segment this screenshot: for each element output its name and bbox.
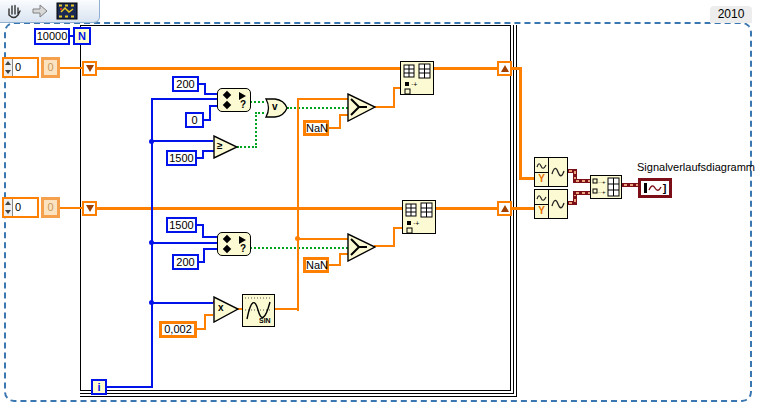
greater-or-equal-node[interactable]: ≥ <box>213 135 238 159</box>
wire-sr1-down <box>519 67 522 180</box>
waveform-icon <box>535 158 548 172</box>
wire-init-bottom <box>59 207 83 209</box>
wire-sel2-out <box>393 227 395 247</box>
diamond-icon <box>223 101 231 109</box>
wire-irc1-x <box>151 98 217 100</box>
waveform-icon <box>648 182 662 194</box>
or-glyph: v <box>272 101 278 112</box>
navigate-arrow-icon[interactable] <box>30 2 50 20</box>
wire-1500b <box>202 236 218 238</box>
wire-array-top <box>96 67 498 70</box>
shift-register-right-bottom[interactable] <box>497 201 512 216</box>
build-waveform-bottom[interactable]: Y <box>534 189 568 219</box>
spinner-icon[interactable] <box>4 59 13 76</box>
svg-text:·+: ·+ <box>413 220 419 227</box>
waveform-icon <box>535 190 548 204</box>
numeric-control-bottom[interactable]: 0 <box>2 197 39 218</box>
wire-bool-gte <box>255 112 257 148</box>
constant-gte-threshold[interactable]: 1500 <box>166 150 197 166</box>
wire-sr1-bw <box>519 177 535 180</box>
wire-waveform-2 <box>573 191 590 195</box>
wire-waveform-1 <box>573 179 590 183</box>
diamond-icon <box>223 91 231 99</box>
build-array-bottom[interactable]: ·+ <box>402 200 436 234</box>
waveform-chart-terminal[interactable]: ] <box>638 178 672 198</box>
diamond-icon <box>223 235 231 243</box>
chart-label: Signalverlaufsdiagramm <box>637 161 755 173</box>
loop-count-terminal[interactable]: N <box>73 27 91 45</box>
gte-glyph: ≥ <box>217 140 223 151</box>
wire-waveform-array <box>621 183 638 187</box>
multiply-glyph: x <box>218 302 224 313</box>
wire-0002 <box>204 314 206 330</box>
init-constant-bottom[interactable]: 0 <box>41 197 60 218</box>
waveform-icon <box>549 158 567 186</box>
or-node[interactable]: v <box>263 98 288 118</box>
numeric-control-top[interactable]: 0 <box>2 57 39 78</box>
triangle-down-icon <box>86 65 94 72</box>
control-value: 0 <box>13 199 37 216</box>
wire-0002 <box>204 314 213 316</box>
in-range-and-coerce-bottom[interactable]: ? <box>217 232 251 256</box>
shift-register-left-top[interactable] <box>82 61 97 76</box>
labview-version-label: 2010 <box>710 6 752 23</box>
build-array-top[interactable]: ·+ <box>400 61 434 95</box>
junction-dot <box>149 300 154 305</box>
wire-mult-x <box>152 302 213 304</box>
spinner-icon[interactable] <box>4 199 13 216</box>
shift-register-right-top[interactable] <box>497 61 512 76</box>
constant-nan-top[interactable]: NaN <box>303 120 329 136</box>
wire-200a <box>204 93 218 95</box>
wire-bool-gte <box>237 146 257 148</box>
build-waveform-top[interactable]: Y <box>534 157 568 187</box>
constant-range-lower-bottom[interactable]: 200 <box>172 254 199 270</box>
svg-text:·+: ·+ <box>411 81 417 88</box>
bracket-close: ] <box>663 183 667 193</box>
select-node-top[interactable] <box>347 93 376 122</box>
constant-nan-bottom[interactable]: NaN <box>303 257 329 273</box>
constant-range-upper-bottom[interactable]: 1500 <box>166 217 197 233</box>
loop-iteration-terminal[interactable]: i <box>91 379 107 395</box>
snippet-toolbar <box>0 0 100 23</box>
wire-sel1-out <box>374 106 395 108</box>
select-node-bottom[interactable] <box>347 233 376 262</box>
constant-range-lower-top[interactable]: 0 <box>185 112 204 128</box>
wire-sine-up <box>297 98 299 311</box>
bracket-bar-icon <box>644 183 647 193</box>
multiply-node[interactable]: x <box>213 296 239 323</box>
junction-dot <box>149 240 154 245</box>
init-constant-top[interactable]: 0 <box>41 57 60 78</box>
build-array-waveforms[interactable]: ··+ ··+ <box>590 175 622 199</box>
hand-tool-icon[interactable] <box>4 2 24 20</box>
triangle-down-icon <box>86 205 94 212</box>
y-input-label: Y <box>535 204 549 218</box>
wire-irc2-x <box>152 242 217 244</box>
triangle-up-icon <box>501 205 509 212</box>
wire-sine-out <box>274 308 299 310</box>
wire-200b <box>203 248 205 263</box>
vi-snippet-icon[interactable] <box>56 2 78 20</box>
constant-time-step[interactable]: 0,002 <box>159 321 197 338</box>
wire-bool-irc1-or <box>250 101 264 103</box>
labview-block-diagram: 10000 N i 0 0 0 0 200 0 ? 1500 ≥ <box>0 0 759 409</box>
wire-i-h <box>106 386 152 388</box>
wire-sel2-out <box>374 245 395 247</box>
question-glyph: ? <box>240 99 246 110</box>
wire-nan1 <box>339 114 341 129</box>
constant-count[interactable]: 10000 <box>34 28 70 45</box>
wire-sel2-t <box>297 238 348 240</box>
svg-text:··+: ··+ <box>598 189 606 195</box>
junction-dot <box>149 139 154 144</box>
sine-node[interactable]: SIN <box>242 294 275 327</box>
constant-range-upper-top[interactable]: 200 <box>172 76 199 92</box>
wire-init-top <box>59 67 83 69</box>
question-glyph: ? <box>240 243 246 254</box>
wire-0a <box>209 105 211 121</box>
svg-text:··+: ··+ <box>598 179 606 185</box>
wire-bool-irc2-sel <box>250 247 348 249</box>
sin-label: SIN <box>259 317 271 324</box>
shift-register-left-bottom[interactable] <box>82 201 97 216</box>
wire-sr2-bw <box>511 207 535 210</box>
triangle-up-icon <box>501 65 509 72</box>
in-range-and-coerce-top[interactable]: ? <box>217 88 251 112</box>
